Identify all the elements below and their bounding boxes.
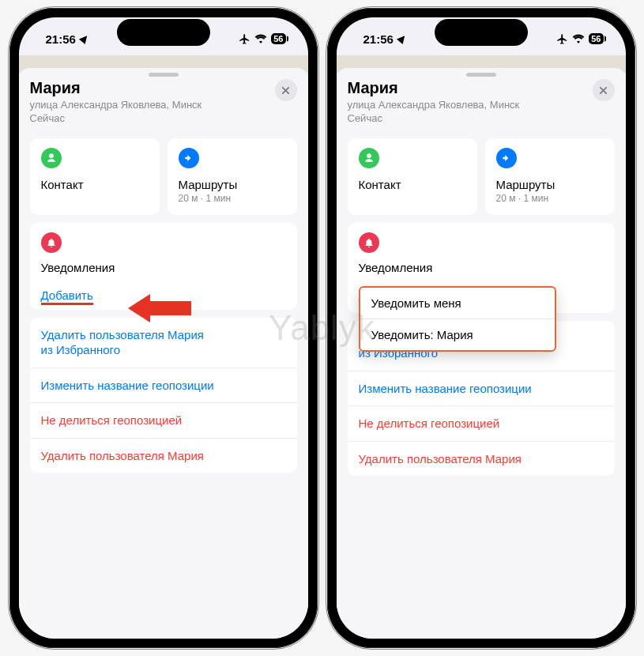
- notify-contact-option[interactable]: Уведомить: Мария: [360, 319, 555, 350]
- stop-sharing-action[interactable]: Не делиться геопозицией: [30, 403, 297, 439]
- notifications-section: Уведомления Добавить Уведомить меня Увед…: [348, 223, 615, 313]
- contact-card[interactable]: Контакт: [30, 138, 160, 215]
- contact-address: улица Александра Яковлева, МинскСейчас: [348, 99, 520, 126]
- sheet-grabber[interactable]: [466, 73, 496, 77]
- airplane-icon: [556, 33, 568, 45]
- contact-name: Мария: [348, 79, 520, 97]
- dynamic-island: [117, 19, 210, 46]
- add-notification-link[interactable]: Добавить: [41, 288, 93, 305]
- close-button[interactable]: [593, 79, 615, 101]
- bell-icon: [359, 232, 379, 253]
- actions-list: Удалить пользователя Марияиз Избранного …: [30, 318, 297, 473]
- battery-icon: 56: [589, 33, 603, 44]
- contact-card-label: Контакт: [359, 178, 466, 191]
- dynamic-island: [435, 19, 528, 46]
- airplane-icon: [239, 33, 250, 45]
- phone-mockup-right: 21:56 56 Мария улица Александра Я: [327, 8, 635, 648]
- phone-mockup-left: 21:56 56 Мария улица Александра Я: [9, 8, 318, 648]
- screen: 21:56 56 Мария улица Александра Я: [19, 17, 308, 639]
- contact-card[interactable]: Контакт: [348, 138, 477, 215]
- close-icon: [281, 86, 290, 95]
- close-button[interactable]: [275, 79, 297, 101]
- rename-location-action[interactable]: Изменить название геопозиции: [30, 368, 297, 404]
- wifi-icon: [254, 34, 267, 43]
- annotation-arrow: [128, 294, 191, 322]
- bell-icon: [41, 232, 62, 253]
- routes-card-sub: 20 м · 1 мин: [496, 193, 604, 204]
- routes-card[interactable]: Маршруты 20 м · 1 мин: [168, 138, 297, 215]
- notifications-title: Уведомления: [359, 261, 604, 274]
- contact-card-label: Контакт: [41, 178, 149, 191]
- notifications-title: Уведомления: [41, 261, 286, 274]
- routes-card-sub: 20 м · 1 мин: [179, 193, 286, 204]
- sheet-grabber[interactable]: [149, 73, 179, 77]
- wifi-icon: [572, 34, 585, 43]
- close-icon: [599, 86, 608, 95]
- location-arrow-icon: [397, 33, 408, 44]
- directions-icon: [496, 148, 517, 168]
- contact-address: улица Александра Яковлева, МинскСейчас: [30, 99, 202, 126]
- person-icon: [359, 148, 379, 168]
- notify-me-option[interactable]: Уведомить меня: [360, 288, 555, 319]
- stop-sharing-action[interactable]: Не делиться геопозицией: [348, 406, 615, 442]
- bottom-sheet: Мария улица Александра Яковлева, МинскСе…: [19, 68, 308, 639]
- screen: 21:56 56 Мария улица Александра Я: [337, 17, 626, 639]
- rename-location-action[interactable]: Изменить название геопозиции: [348, 371, 615, 407]
- battery-icon: 56: [271, 33, 285, 44]
- location-arrow-icon: [79, 33, 90, 44]
- remove-favorite-action[interactable]: Удалить пользователя Марияиз Избранного: [30, 318, 297, 368]
- notification-popup: Уведомить меня Уведомить: Мария: [359, 286, 556, 352]
- person-icon: [41, 148, 62, 168]
- contact-name: Мария: [30, 79, 202, 97]
- status-time: 21:56: [46, 32, 76, 46]
- directions-icon: [179, 148, 199, 168]
- remove-user-action[interactable]: Удалить пользователя Мария: [348, 442, 615, 477]
- notifications-section: Уведомления Добавить: [30, 223, 297, 310]
- remove-user-action[interactable]: Удалить пользователя Мария: [30, 439, 297, 473]
- routes-card[interactable]: Маршруты 20 м · 1 мин: [485, 138, 615, 215]
- bottom-sheet: Мария улица Александра Яковлева, МинскСе…: [337, 68, 626, 639]
- routes-card-label: Маршруты: [179, 178, 286, 191]
- routes-card-label: Маршруты: [496, 178, 604, 191]
- status-time: 21:56: [363, 32, 394, 46]
